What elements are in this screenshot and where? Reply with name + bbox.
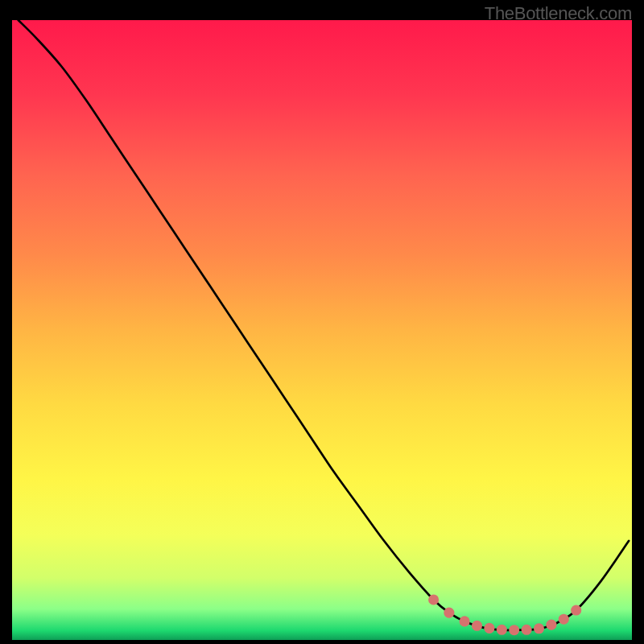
valley-dot [428,594,439,605]
chart-curve-layer [12,20,632,640]
valley-dot [559,614,569,625]
valley-dot [472,621,482,631]
valley-dot [509,625,519,635]
valley-dots-group [428,594,581,635]
valley-dot [460,616,470,626]
valley-dot [522,625,532,635]
valley-dot [484,623,494,634]
chart-frame [12,20,632,640]
valley-dot [571,605,581,615]
bottleneck-curve [19,20,629,630]
valley-dot [546,620,556,630]
valley-dot [497,625,507,635]
valley-dot [444,608,454,618]
valley-dot [534,623,544,634]
